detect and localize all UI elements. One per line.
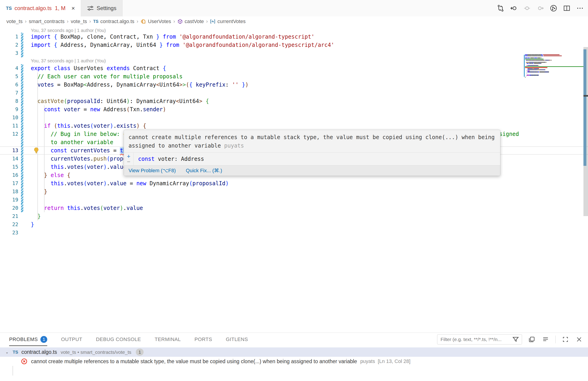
panel-tab-gitlens[interactable]: GITLENS — [226, 333, 248, 346]
problem-location: [Ln 13, Col 28] — [378, 359, 410, 364]
class-symbol-icon — [141, 19, 146, 24]
quick-fix-link[interactable]: Quick Fix... (⌘.) — [186, 168, 222, 174]
breadcrumb-item-currentvotes[interactable]: currentVotes — [210, 19, 246, 24]
breadcrumb-separator: › — [206, 19, 208, 24]
line-number: 14 — [0, 155, 18, 163]
breadcrumb-item-vote-ts[interactable]: vote_ts — [71, 19, 87, 24]
problem-row[interactable]: cannot create multiple references to a m… — [0, 357, 588, 366]
line-number: 4 — [0, 64, 18, 72]
panel-tab-ports[interactable]: PORTS — [194, 333, 212, 346]
panel-tab-debug-console[interactable]: DEBUG CONSOLE — [96, 333, 141, 346]
decrease-verbosity-button[interactable]: − — [127, 158, 130, 165]
overview-ruler-error-mark — [584, 95, 588, 97]
chevron-down-icon[interactable]: ⌄ — [5, 350, 8, 354]
code-line-10[interactable]: 10 — [0, 113, 588, 122]
collapse-all-icon[interactable] — [542, 336, 549, 343]
gutter-change-indicator — [21, 33, 23, 41]
commit-graph-icon[interactable] — [550, 4, 557, 12]
line-number: 2 — [0, 41, 18, 49]
line-number: 21 — [0, 212, 18, 221]
line-number: 3 — [0, 49, 18, 57]
minimap-line — [525, 71, 549, 72]
previous-change-icon[interactable] — [523, 4, 531, 12]
code-line-1[interactable]: 1import { BoxMap, clone, Contract, Txn }… — [0, 33, 588, 41]
gutter-change-indicator — [21, 146, 23, 155]
line-number: 17 — [0, 179, 18, 187]
lightbulb-icon[interactable] — [33, 147, 40, 154]
code-line-21[interactable]: 21 } — [0, 212, 588, 221]
hover-error-source: puyats — [224, 142, 244, 149]
code-line-9[interactable]: 9 const voter = new Address(Txn.sender) — [0, 105, 588, 113]
panel-tab-terminal[interactable]: TERMINAL — [154, 333, 181, 346]
gutter-change-indicator — [21, 64, 23, 72]
breadcrumb-item-uservotes[interactable]: UserVotes — [141, 19, 171, 24]
code-line-2[interactable]: 2import { Address, DynamicArray, Uint64 … — [0, 41, 588, 49]
code-line-5[interactable]: 5 // Each user can vote for multiple pro… — [0, 72, 588, 81]
panel-tab-label: GITLENS — [226, 336, 248, 342]
minimap-line — [525, 60, 551, 61]
breadcrumb-item-vote-ts[interactable]: vote_ts — [6, 19, 22, 24]
breadcrumb-item-castvote[interactable]: castVote — [177, 19, 204, 24]
more-actions-icon[interactable] — [576, 4, 584, 12]
breadcrumb-item-smart-contracts[interactable]: smart_contracts — [29, 19, 64, 24]
gutter-change-indicator — [21, 72, 23, 81]
problems-file-group-row[interactable]: ⌄ TS contract.algo.ts vote_ts • smart_co… — [0, 347, 588, 357]
code-line-17[interactable]: 17 this.votes(voter).value = new Dynamic… — [0, 179, 588, 187]
tab-label: Settings — [97, 5, 116, 11]
code-line-11[interactable]: 11 if (this.votes(voter).exists) { — [0, 122, 588, 130]
code-line-18[interactable]: 18 } — [0, 187, 588, 196]
line-number: 20 — [0, 204, 18, 212]
problems-filter-box — [437, 335, 522, 344]
code-line-3[interactable]: 3 — [0, 49, 588, 57]
panel-tab-problems[interactable]: PROBLEMS1 — [9, 333, 47, 346]
open-changes-icon[interactable] — [497, 4, 504, 12]
navigate-back-icon[interactable] — [510, 4, 518, 12]
line-number: 12 — [0, 130, 18, 138]
code-editor[interactable]: You, 37 seconds ago | 1 author (You)1imp… — [0, 26, 588, 333]
code-line-20[interactable]: 20 return this.votes(voter).value — [0, 204, 588, 212]
gutter-change-indicator — [21, 163, 23, 171]
gutter-change-indicator — [21, 155, 23, 163]
code-line-8[interactable]: 8 castVote(proposalId: Uint64): DynamicA… — [0, 97, 588, 105]
line-number: 8 — [0, 97, 18, 105]
tab-settings[interactable]: Settings — [81, 0, 123, 17]
tab-contract-algo-ts[interactable]: TScontract.algo.ts1, M× — [0, 0, 81, 17]
minimap-line — [525, 62, 547, 63]
view-problem-link[interactable]: View Problem (⌥F8) — [128, 168, 176, 174]
minimap-line — [525, 66, 584, 67]
problems-filter-input[interactable] — [441, 337, 512, 342]
code-line-22[interactable]: 22} — [0, 221, 588, 229]
split-editor-icon[interactable] — [563, 4, 571, 12]
minimap[interactable] — [525, 54, 584, 86]
close-tab-icon[interactable]: × — [71, 5, 75, 11]
breadcrumb-label: vote_ts — [6, 19, 22, 24]
maximize-panel-icon[interactable] — [562, 336, 569, 343]
gutter-change-indicator — [21, 113, 23, 122]
next-change-icon[interactable] — [536, 4, 544, 12]
minimap-line — [525, 65, 539, 66]
minimap-change-bar — [524, 55, 525, 77]
panel-tab-label: PORTS — [194, 336, 212, 342]
code-line-23[interactable]: 23 — [0, 229, 588, 237]
breadcrumb-item-contract-algo-ts[interactable]: TScontract.algo.ts — [93, 19, 134, 24]
minimap-line — [525, 73, 527, 73]
filter-icon — [512, 336, 520, 343]
panel-tab-output[interactable]: OUTPUT — [61, 333, 82, 346]
gutter-change-indicator — [21, 89, 23, 97]
hover-declaration: const voter: Address — [133, 153, 209, 165]
panel-actions-divider — [555, 336, 556, 343]
tab-decoration: 1, M — [55, 5, 65, 11]
code-line-4[interactable]: 4export class UserVotes extends Contract… — [0, 64, 588, 72]
code-line-19[interactable]: 19 — [0, 196, 588, 204]
close-panel-icon[interactable] — [575, 336, 583, 343]
minimap-line — [525, 70, 530, 71]
breadcrumb-label: castVote — [185, 19, 204, 24]
minimap-line — [525, 68, 539, 69]
view-as-table-icon[interactable] — [528, 336, 536, 343]
code-line-6[interactable]: 6 votes = BoxMap<Address, DynamicArray<U… — [0, 81, 588, 89]
code-line-7[interactable]: 7 — [0, 89, 588, 97]
gutter-change-indicator — [21, 171, 23, 179]
problems-file-path: vote_ts • smart_contracts/vote_ts — [61, 350, 131, 355]
minimap-line — [525, 58, 542, 58]
panel-tab-bar: PROBLEMS1OUTPUTDEBUG CONSOLETERMINALPORT… — [0, 333, 588, 346]
